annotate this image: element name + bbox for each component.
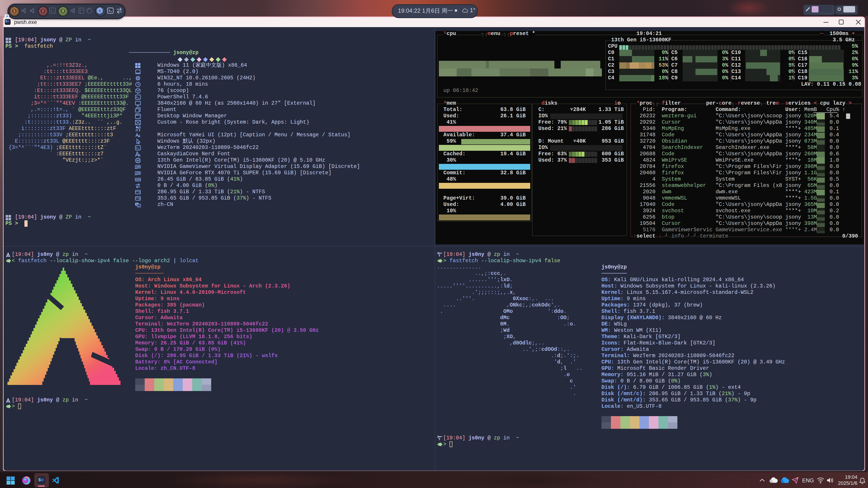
- svg-text:4: 4: [99, 9, 101, 13]
- svg-text:文: 文: [138, 204, 140, 207]
